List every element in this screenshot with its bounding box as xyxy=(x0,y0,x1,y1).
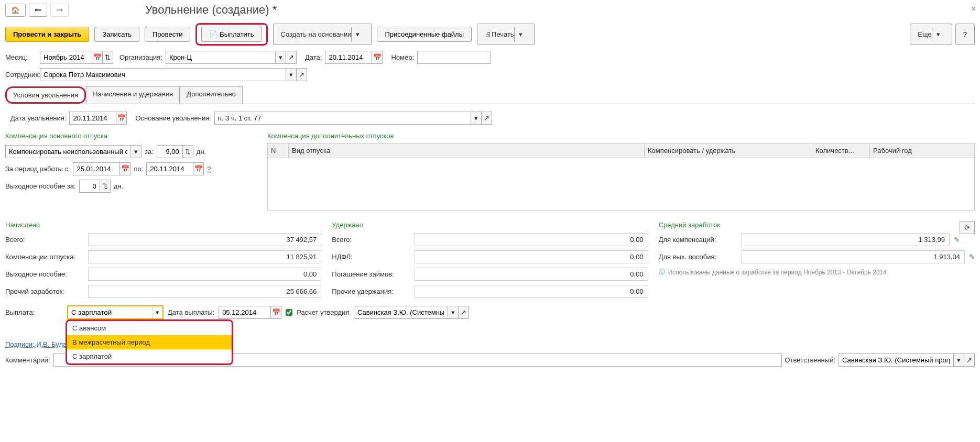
chevron-down-icon[interactable]: ▾ xyxy=(351,27,364,41)
open-icon[interactable]: ↗ xyxy=(459,306,469,319)
payout-label: Выплата: xyxy=(5,308,63,316)
close-icon[interactable]: × xyxy=(971,4,976,14)
ndfl-label: НДФЛ: xyxy=(332,253,410,261)
add-vacation-body[interactable] xyxy=(267,158,975,211)
ndfl-val: 0,00 xyxy=(415,250,648,263)
w-other-val: 0,00 xyxy=(415,285,648,298)
withheld-title: Удержано xyxy=(332,221,648,229)
tab-accruals[interactable]: Начисления и удержания xyxy=(86,86,180,104)
summary: Начислено Всего:37 492,57 Компенсации от… xyxy=(5,221,975,302)
calendar-icon[interactable]: 📅 xyxy=(120,162,130,175)
reason-label: Основание увольнения: xyxy=(135,114,211,122)
pay-button[interactable]: 📄 Выплатить xyxy=(201,27,262,42)
refresh-button[interactable]: ⟳ xyxy=(960,221,975,234)
toolbar: Провести и закрыть Записать Провести 📄 В… xyxy=(0,20,980,49)
post-button[interactable]: Провести xyxy=(145,27,191,42)
dropdown-item-interperiod[interactable]: В межрасчетный период xyxy=(67,335,232,349)
chevron-down-icon[interactable]: ▾ xyxy=(448,306,459,319)
chevron-down-icon[interactable]: ▾ xyxy=(286,68,297,81)
chevron-down-icon[interactable]: ▾ xyxy=(471,112,482,125)
col-n: N xyxy=(268,143,289,158)
attached-files-button[interactable]: Присоединенные файлы xyxy=(377,27,472,42)
chevron-down-icon[interactable]: ▾ xyxy=(131,145,141,158)
w-other-label: Прочие удержания: xyxy=(332,288,410,295)
open-icon[interactable]: ↗ xyxy=(964,353,975,367)
responsible-input[interactable] xyxy=(839,353,954,367)
approved-checkbox[interactable] xyxy=(286,309,292,316)
col-comp: Компенсировать / удержать xyxy=(645,143,812,158)
chevron-down-icon[interactable]: ▾ xyxy=(514,27,527,41)
dropdown-item-advance[interactable]: С авансом xyxy=(67,321,232,335)
month-label: Месяц: xyxy=(5,53,37,61)
calendar-icon[interactable]: 📅 xyxy=(193,162,204,175)
help-button[interactable]: ? xyxy=(955,24,975,45)
top-nav: 🏠 🠔 🠖 Увольнение (создание) * xyxy=(0,0,980,20)
print-button[interactable]: 🖨 Печать ▾ xyxy=(477,24,535,45)
create-based-button[interactable]: Создать на основании ▾ xyxy=(273,24,372,45)
tab-conditions[interactable]: Условия увольнения xyxy=(5,86,86,104)
reason-input[interactable] xyxy=(214,112,471,125)
calendar-icon[interactable]: 📅 xyxy=(372,51,383,64)
tab-additional[interactable]: Дополнительно xyxy=(180,86,243,104)
comment-label: Комментарий: xyxy=(5,356,50,364)
tabs: Условия увольнения Начисления и удержани… xyxy=(5,86,975,104)
col-qty: Количеств... xyxy=(812,143,870,158)
more-button[interactable]: Еще ▾ xyxy=(910,24,952,45)
period-help[interactable]: ? xyxy=(207,165,211,173)
payout-date-input[interactable] xyxy=(219,306,271,319)
to-label: по: xyxy=(134,165,143,173)
severance-input[interactable] xyxy=(79,180,100,193)
calendar-icon[interactable]: 📅 xyxy=(92,51,103,64)
stepper-icon[interactable]: ⇅ xyxy=(183,145,193,158)
period-label: За период работы с: xyxy=(5,165,70,173)
total-label: Всего: xyxy=(5,236,84,244)
payout-input[interactable] xyxy=(68,306,152,318)
open-icon[interactable]: ↗ xyxy=(482,112,492,125)
number-input[interactable] xyxy=(417,51,491,64)
post-close-button[interactable]: Провести и закрыть xyxy=(5,27,89,42)
days-input[interactable] xyxy=(157,145,183,158)
period-to-input[interactable] xyxy=(146,162,193,175)
comp-label: Компенсации отпуска: xyxy=(5,253,84,261)
comp-type-input[interactable] xyxy=(5,145,131,158)
chevron-down-icon[interactable]: ▾ xyxy=(152,306,162,318)
comp-main-title: Компенсация основного отпуска xyxy=(5,132,257,140)
avg-sev-val: 1 913,04 xyxy=(742,250,965,263)
responsible-label: Ответственный: xyxy=(785,356,835,364)
date-input[interactable] xyxy=(325,51,372,64)
org-label: Организация: xyxy=(119,53,162,61)
chevron-down-icon[interactable]: ▾ xyxy=(954,353,964,367)
loan-label: Погашение займов: xyxy=(332,270,410,278)
edit-icon[interactable]: ✎ xyxy=(969,253,975,261)
edit-icon[interactable]: ✎ xyxy=(954,236,960,244)
signatures-link[interactable]: Подписи: И.В. Булат xyxy=(5,340,70,348)
month-input[interactable] xyxy=(40,51,92,64)
dropdown-item-salary[interactable]: С зарплатой xyxy=(67,349,232,363)
chevron-down-icon[interactable]: ▾ xyxy=(932,27,944,41)
page-title: Увольнение (создание) * xyxy=(145,3,277,17)
stepper-icon[interactable]: ⇅ xyxy=(103,51,113,64)
period-from-input[interactable] xyxy=(73,162,120,175)
calendar-icon[interactable]: 📅 xyxy=(271,306,281,319)
avg-title: Средний заработок xyxy=(659,221,720,229)
approver-input[interactable] xyxy=(354,306,448,319)
back-button[interactable]: 🠔 xyxy=(29,4,47,17)
sev-val: 0,00 xyxy=(88,268,321,281)
home-button[interactable]: 🏠 xyxy=(5,4,26,17)
dismissal-date-input[interactable] xyxy=(69,112,116,125)
org-input[interactable] xyxy=(166,51,276,64)
comp-val: 11 825,91 xyxy=(88,250,321,263)
calendar-icon[interactable]: 📅 xyxy=(116,112,127,125)
forward-button[interactable]: 🠖 xyxy=(50,4,69,17)
employee-input[interactable] xyxy=(40,68,286,81)
chevron-down-icon[interactable]: ▾ xyxy=(276,51,286,64)
total-val: 37 492,57 xyxy=(88,233,321,246)
avg-comp-label: Для компенсаций: xyxy=(659,236,737,244)
stepper-icon[interactable]: ⇅ xyxy=(100,180,111,193)
open-icon[interactable]: ↗ xyxy=(286,51,297,64)
open-icon[interactable]: ↗ xyxy=(297,68,307,81)
payout-combo[interactable]: ▾ xyxy=(67,305,164,319)
info-line: ⓘ Использованы данные о заработке за пер… xyxy=(659,268,975,277)
employee-label: Сотрудник: xyxy=(5,71,37,79)
save-button[interactable]: Записать xyxy=(94,27,139,42)
